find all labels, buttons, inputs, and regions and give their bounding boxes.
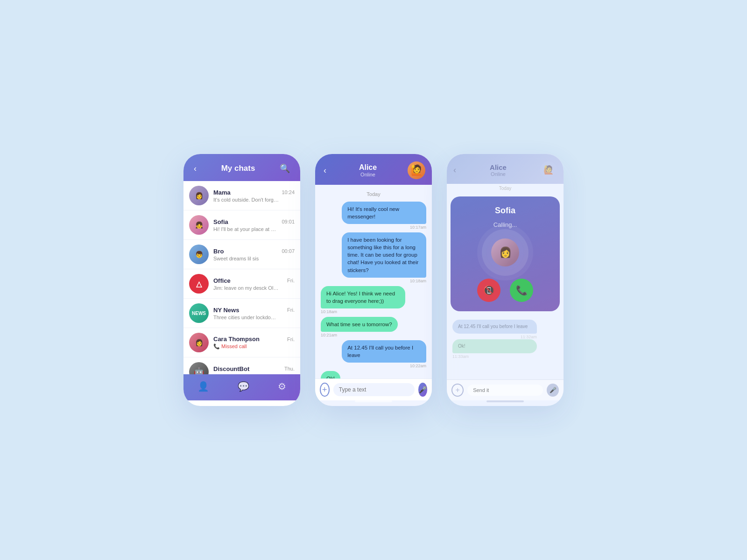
chat-item-mama[interactable]: 👩 Mama 10:24 It's cold outside. Don't fo… — [183, 181, 300, 210]
bg-msg-time-6: 11:33am — [452, 354, 469, 359]
contact-name: Alice — [333, 163, 403, 172]
msg-3: Hi Alice! Yes! I think we need to drag e… — [321, 286, 405, 314]
back-button[interactable]: ‹ — [191, 163, 199, 175]
msg-1: Hi! It's really cool new messenger! 10:1… — [342, 202, 426, 230]
chat-info-cara: Cara Thompson Fri. 📞 Missed call — [213, 336, 295, 350]
chat-header: ‹ Alice Online 🙋 — [315, 154, 432, 185]
msg-bubble-5: At 12.45 I'll call you before I leave — [342, 340, 426, 363]
back-button[interactable]: ‹ — [322, 165, 328, 176]
chat-name-sofia: Sofia — [213, 218, 228, 225]
contacts-nav-icon[interactable]: 👤 — [193, 379, 214, 394]
avatar-bro: 👦 — [189, 245, 209, 264]
chat-list: 👩 Mama 10:24 It's cold outside. Don't fo… — [183, 181, 300, 374]
contact-avatar: 🙋 — [540, 161, 557, 178]
date-divider: Today — [321, 191, 426, 197]
caller-avatar-ring: 👩 — [486, 234, 524, 271]
chat-item-nynews[interactable]: NEWS NY News Fri. Three cities under loc… — [183, 299, 300, 328]
avatar-discount: 🤖 — [189, 362, 209, 374]
chats-title: My chats — [221, 164, 255, 173]
msg-5: At 12.45 I'll call you before I leave 10… — [342, 340, 426, 368]
msg-time-2: 10:18am — [410, 279, 426, 283]
search-button[interactable]: 🔍 — [277, 162, 293, 175]
settings-nav-icon[interactable]: ⚙ — [273, 379, 291, 394]
messages-area: Today Hi! It's really cool new messenger… — [315, 185, 432, 378]
chat-preview-cara: 📞 Missed call — [213, 343, 279, 350]
bg-msg-bubble-6: Ok! — [452, 339, 537, 353]
calling-input-bar: + 🎤 — [447, 379, 564, 400]
contact-info: Alice Online — [461, 163, 536, 177]
chat-item-cara[interactable]: 👩 Cara Thompson Fri. 📞 Missed call — [183, 328, 300, 357]
phone-chat: ‹ Alice Online 🙋 Today Hi! It's really c… — [315, 154, 432, 406]
msg-time-5: 10:22am — [410, 364, 426, 368]
msg-6: Ok! 10:25am — [321, 371, 340, 378]
avatar-office: △ — [189, 274, 209, 294]
chat-time-mama: 10:24 — [282, 189, 295, 195]
date-divider-bg: Today — [447, 184, 564, 193]
chats-nav-icon[interactable]: 💬 — [233, 379, 254, 394]
chat-info-discount: DiscountBot Thu. Sticker — [213, 365, 295, 375]
msg-time-1: 10:17am — [410, 225, 426, 230]
chat-preview-bro: Sweet dreams lil sis — [213, 256, 279, 261]
home-indicator — [486, 400, 524, 402]
chat-preview-sofia: Hi! I'll be at your place at 9.30 See yo… — [213, 226, 279, 232]
chat-name-mama: Mama — [213, 189, 231, 196]
avatar-nynews: NEWS — [189, 303, 209, 323]
call-buttons: 📵 📞 — [477, 279, 533, 302]
chat-item-office[interactable]: △ Office Fri. Jim: leave on my desck Oli… — [183, 269, 300, 299]
avatar-sofia: 👧 — [189, 215, 209, 235]
calling-header: ‹ Alice Online 🙋 — [447, 154, 564, 184]
home-indicator — [223, 400, 261, 402]
chat-name-nynews: NY News — [213, 307, 239, 314]
mic-button[interactable]: 🎤 — [547, 384, 559, 397]
mic-button[interactable]: 🎤 — [418, 383, 427, 397]
accept-call-button[interactable]: 📞 — [510, 279, 533, 302]
chat-time-discount: Thu. — [284, 366, 295, 371]
chat-item-discount[interactable]: 🤖 DiscountBot Thu. Sticker — [183, 357, 300, 374]
bg-msg-6: Ok! 11:33am — [452, 339, 537, 359]
add-button[interactable]: + — [451, 384, 464, 397]
contact-status: Online — [461, 171, 536, 177]
chats-header: ‹ My chats 🔍 — [183, 154, 300, 181]
calling-message-input[interactable] — [467, 385, 543, 396]
msg-bubble-2: I have been looking for something like t… — [342, 232, 426, 277]
bottom-nav: 👤 💬 ⚙ — [183, 374, 300, 400]
contact-avatar: 🙋 — [408, 161, 425, 179]
msg-bubble-3: Hi Alice! Yes! I think we need to drag e… — [321, 286, 405, 308]
phone-calling: ‹ Alice Online 🙋 Today Sofia Calling... … — [447, 154, 564, 406]
calling-status: Calling... — [493, 221, 517, 228]
bg-msg-bubble-5: At 12.45 I'll call you before I leave — [452, 320, 537, 334]
chat-info-nynews: NY News Fri. Three cities under lockdown… — [213, 307, 295, 320]
chat-preview-office: Jim: leave on my desck Olivia: Ok ;) — [213, 285, 279, 291]
calling-card: Sofia Calling... 👩 📵 📞 — [451, 196, 560, 311]
caller-avatar: 👩 — [491, 238, 519, 266]
msg-bubble-1: Hi! It's really cool new messenger! — [342, 202, 426, 224]
avatar-cara: 👩 — [189, 333, 209, 352]
chat-name-office: Office — [213, 277, 231, 284]
bg-msg-time-5: 11:32am — [521, 335, 537, 339]
avatar-mama: 👩 — [189, 186, 209, 205]
chat-name-cara: Cara Thompson — [213, 336, 260, 343]
chat-info-mama: Mama 10:24 It's cold outside. Don't forg… — [213, 189, 295, 203]
msg-2: I have been looking for something like t… — [342, 232, 426, 283]
msg-4: What time see u tomorrow? 10:21am — [321, 317, 398, 337]
chat-time-bro: 00:07 — [282, 248, 295, 254]
background-messages: At 12.45 I'll call you before I leave 11… — [447, 315, 564, 379]
contact-name: Alice — [461, 163, 536, 171]
message-input-bar: + 🎤 — [315, 378, 432, 400]
chat-info-office: Office Fri. Jim: leave on my desck Olivi… — [213, 277, 295, 291]
decline-call-button[interactable]: 📵 — [477, 279, 500, 302]
chat-info-bro: Bro 00:07 Sweet dreams lil sis — [213, 248, 295, 261]
back-button[interactable]: ‹ — [453, 165, 456, 175]
chat-time-sofia: 09:01 — [282, 219, 295, 224]
msg-time-4: 10:21am — [321, 333, 337, 337]
message-input[interactable] — [333, 383, 415, 396]
chat-time-office: Fri. — [287, 278, 295, 283]
chat-time-cara: Fri. — [287, 336, 295, 342]
chat-item-bro[interactable]: 👦 Bro 00:07 Sweet dreams lil sis — [183, 240, 300, 269]
chat-time-nynews: Fri. — [287, 307, 295, 313]
phone-chats: ‹ My chats 🔍 👩 Mama 10:24 It's cold outs… — [183, 154, 300, 406]
bg-msg-5: At 12.45 I'll call you before I leave 11… — [452, 320, 537, 339]
caller-name: Sofia — [495, 206, 515, 216]
chat-item-sofia[interactable]: 👧 Sofia 09:01 Hi! I'll be at your place … — [183, 210, 300, 240]
add-attachment-button[interactable]: + — [320, 383, 330, 397]
